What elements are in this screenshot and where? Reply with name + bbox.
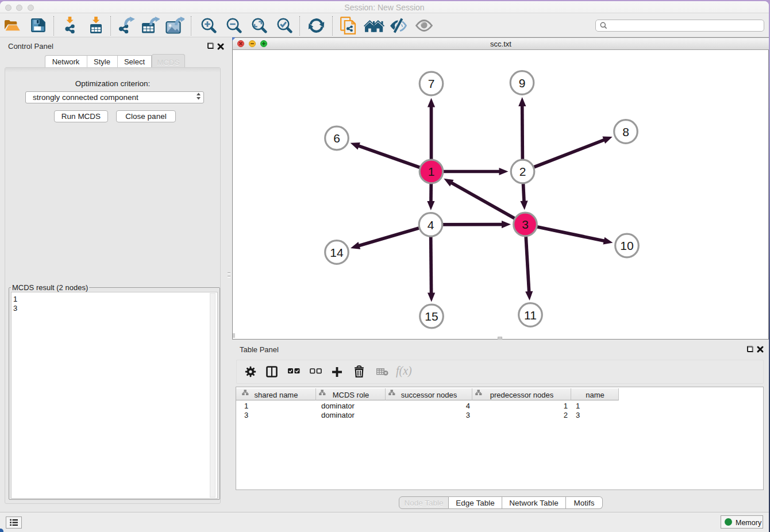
svg-text:14: 14 [330,246,344,259]
svg-text:9: 9 [519,76,526,90]
svg-text:1: 1 [428,165,435,178]
svg-text:6: 6 [333,132,340,145]
svg-text:2: 2 [519,165,526,178]
svg-text:15: 15 [425,310,438,323]
svg-text:3: 3 [522,218,529,231]
svg-text:4: 4 [428,218,434,232]
svg-text:11: 11 [524,309,537,322]
svg-text:7: 7 [428,77,435,90]
svg-text:10: 10 [620,239,633,252]
svg-text:8: 8 [622,125,629,138]
